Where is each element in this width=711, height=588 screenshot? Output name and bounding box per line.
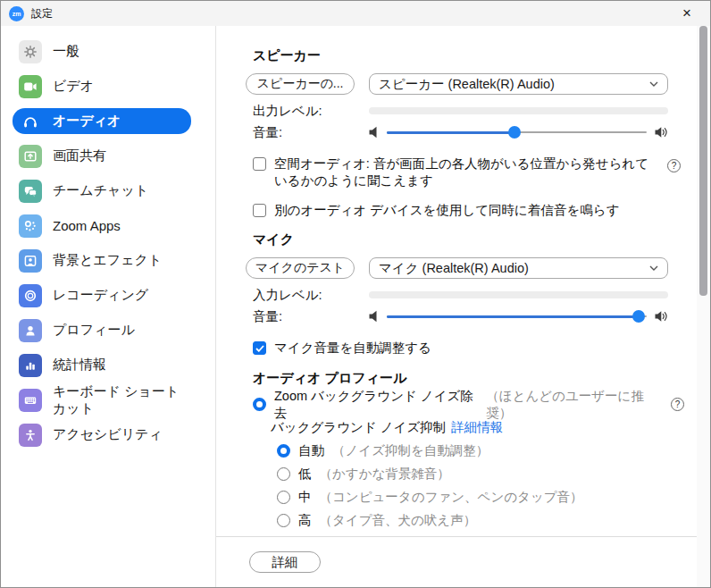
close-icon[interactable]: ×	[672, 1, 702, 26]
speaker-volume-row: 音量:	[253, 125, 668, 139]
advanced-button[interactable]: 詳細	[249, 551, 321, 573]
settings-sidebar: 一般 ビデオ オーディオ 画面共有	[1, 26, 216, 587]
mic-device-dropdown[interactable]: マイク (Realtek(R) Audio)	[369, 257, 668, 279]
audio-settings-panel: スピーカー スピーカーの... スピーカー (Realtek(R) Audio)…	[216, 26, 697, 587]
level-low-label: 低	[298, 466, 312, 483]
sidebar-item-label: 一般	[53, 43, 79, 60]
speaker-loud-icon	[655, 310, 668, 323]
sidebar-item-screen-share[interactable]: 画面共有	[13, 143, 191, 169]
suppression-level-auto: 自動 （ノイズ抑制を自動調整）	[277, 442, 684, 460]
video-camera-icon	[19, 75, 42, 98]
input-level-meter	[369, 291, 668, 298]
sidebar-item-background-effects[interactable]: 背景とエフェクト	[13, 248, 191, 273]
separate-ringtone-option: 別のオーディオ デバイスを使用して同時に着信音を鳴らす	[253, 202, 681, 219]
spatial-audio-option: 空間オーディオ: 音が画面上の各人物がいる位置から発せられているかのように聞こえ…	[253, 155, 681, 189]
level-auto-radio[interactable]	[277, 444, 290, 458]
input-level-label: 入力レベル:	[253, 287, 369, 304]
sidebar-item-team-chat[interactable]: チームチャット	[13, 178, 191, 204]
noise-removal-help-icon[interactable]	[671, 398, 684, 411]
zoom-apps-icon	[19, 214, 42, 238]
speaker-test-button[interactable]: スピーカーの...	[246, 73, 355, 95]
spatial-audio-label: 空間オーディオ: 音が画面上の各人物がいる位置から発せられているかのように聞こえ…	[274, 155, 659, 189]
sidebar-item-label: プロフィール	[53, 322, 135, 339]
mic-volume-label: 音量:	[253, 308, 369, 325]
noise-removal-label: Zoom バックグラウンド ノイズ除去	[274, 388, 478, 422]
level-low-desc: （かすかな背景雑音）	[320, 466, 450, 483]
speaker-volume-slider	[369, 125, 668, 139]
separate-ringtone-label: 別のオーディオ デバイスを使用して同時に着信音を鳴らす	[274, 202, 681, 219]
mic-volume-row: 音量:	[253, 309, 668, 323]
level-auto-label: 自動	[298, 442, 324, 459]
noise-suppression-label: バックグラウンド ノイズ抑制	[271, 419, 446, 436]
speaker-low-icon	[369, 126, 379, 139]
sidebar-item-general[interactable]: 一般	[13, 38, 191, 64]
level-auto-desc: （ノイズ抑制を自動調整）	[332, 442, 489, 459]
speaker-volume-thumb[interactable]	[508, 126, 521, 139]
spatial-audio-help-icon[interactable]	[667, 159, 681, 172]
speaker-volume-track[interactable]	[387, 125, 647, 139]
noise-removal-option: Zoom バックグラウンド ノイズ除去 （ほとんどのユーザーに推奨）	[253, 396, 684, 414]
vertical-scrollbar[interactable]	[697, 26, 710, 587]
sidebar-item-recording[interactable]: レコーディング	[13, 282, 191, 308]
speaker-device-dropdown[interactable]: スピーカー (Realtek(R) Audio)	[369, 73, 668, 95]
mic-auto-adjust-option: マイク音量を自動調整する	[253, 340, 681, 357]
output-level-meter	[369, 107, 668, 114]
sidebar-item-keyboard-shortcuts[interactable]: キーボード ショートカット	[13, 387, 191, 413]
gear-icon	[19, 40, 42, 63]
scrollbar-thumb[interactable]	[699, 26, 707, 296]
noise-suppression-row: バックグラウンド ノイズ抑制 詳細情報	[271, 419, 684, 437]
sidebar-item-label: 画面共有	[53, 147, 106, 164]
window-title: 設定	[31, 6, 53, 21]
sidebar-item-label: チームチャット	[53, 182, 148, 199]
level-high-radio[interactable]	[277, 514, 290, 527]
output-level-row: 出力レベル:	[253, 104, 668, 118]
settings-window: zm 設定 × 一般 ビデオ オーディオ	[0, 0, 711, 588]
chevron-down-icon	[649, 81, 658, 87]
zoom-logo-icon: zm	[9, 6, 24, 21]
suppression-level-medium: 中 （コンピュータのファン、ペンのタップ音）	[277, 489, 684, 507]
keyboard-icon	[19, 389, 42, 412]
level-high-label: 高	[298, 512, 312, 529]
headphones-icon	[19, 110, 42, 133]
mic-test-button[interactable]: マイクのテスト	[246, 257, 355, 279]
speaker-device-row: スピーカーの... スピーカー (Realtek(R) Audio)	[246, 73, 668, 95]
sidebar-item-accessibility[interactable]: アクセシビリティ	[13, 422, 191, 448]
level-medium-radio[interactable]	[277, 491, 290, 504]
sidebar-item-label: Zoom Apps	[53, 218, 121, 233]
sidebar-item-video[interactable]: ビデオ	[13, 73, 191, 99]
speaker-device-value: スピーカー (Realtek(R) Audio)	[379, 76, 555, 93]
accessibility-icon	[19, 424, 42, 447]
speaker-loud-icon	[655, 126, 668, 139]
sidebar-item-statistics[interactable]: 統計情報	[13, 352, 191, 378]
level-low-radio[interactable]	[277, 467, 290, 481]
sidebar-item-label: オーディオ	[53, 113, 121, 130]
profile-icon	[19, 319, 42, 342]
noise-removal-note: （ほとんどのユーザーに推奨）	[486, 388, 663, 422]
statistics-icon	[19, 354, 42, 377]
background-effects-icon	[19, 249, 42, 273]
separate-ringtone-checkbox[interactable]	[253, 204, 266, 217]
sidebar-item-audio[interactable]: オーディオ	[13, 108, 191, 134]
recording-icon	[19, 284, 42, 307]
sidebar-item-zoom-apps[interactable]: Zoom Apps	[13, 213, 191, 239]
mic-auto-adjust-checkbox[interactable]	[253, 341, 266, 355]
sidebar-item-profile[interactable]: プロフィール	[13, 317, 191, 343]
mic-volume-track[interactable]	[387, 309, 647, 323]
noise-removal-radio[interactable]	[253, 398, 266, 411]
speaker-heading: スピーカー	[253, 47, 684, 64]
sidebar-item-label: ビデオ	[53, 78, 94, 95]
spatial-audio-checkbox[interactable]	[253, 157, 266, 171]
mic-device-row: マイクのテスト マイク (Realtek(R) Audio)	[246, 257, 668, 279]
suppression-level-low: 低 （かすかな背景雑音）	[277, 466, 684, 483]
level-high-desc: （タイプ音、犬の吠え声）	[320, 512, 477, 529]
chevron-down-icon	[649, 265, 658, 271]
mic-auto-adjust-label: マイク音量を自動調整する	[274, 340, 681, 357]
output-level-label: 出力レベル:	[253, 103, 369, 120]
input-level-row: 入力レベル:	[253, 288, 668, 302]
sidebar-item-label: キーボード ショートカット	[53, 383, 191, 417]
speaker-low-icon	[369, 310, 379, 323]
mic-volume-thumb[interactable]	[632, 310, 645, 323]
main-area: 一般 ビデオ オーディオ 画面共有	[1, 26, 710, 587]
level-medium-desc: （コンピュータのファン、ペンのタップ音）	[320, 489, 583, 506]
learn-more-link[interactable]: 詳細情報	[451, 419, 503, 436]
